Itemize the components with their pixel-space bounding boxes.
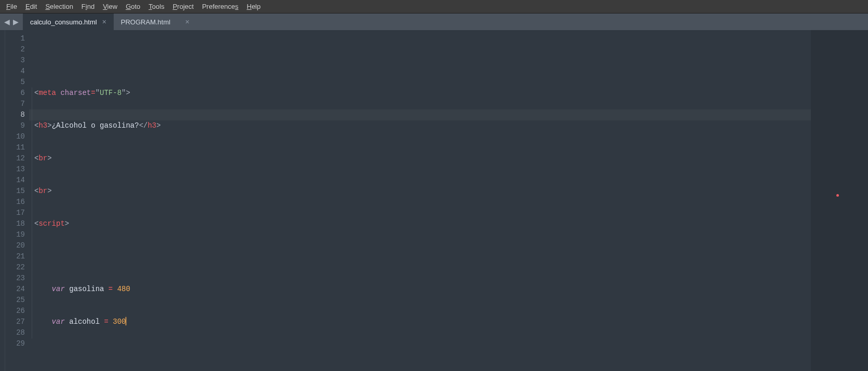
- menu-view[interactable]: View: [99, 1, 121, 12]
- gutter: 1234567891011121314151617181920212223242…: [5, 30, 29, 371]
- nav-arrows: ◀ ▶: [0, 13, 23, 30]
- tab-label: PROGRAM.html: [121, 18, 170, 26]
- tab-program[interactable]: PROGRAM.html ×: [114, 13, 197, 30]
- close-icon[interactable]: ×: [102, 18, 106, 25]
- fold-rail: [0, 30, 5, 371]
- code-line: <br>: [29, 186, 811, 197]
- menu-preferences[interactable]: Preferences: [198, 1, 242, 12]
- menubar: File Edit Selection Find View Goto Tools…: [0, 0, 868, 13]
- nav-back-icon[interactable]: ◀: [4, 18, 10, 26]
- menu-tools[interactable]: Tools: [144, 1, 168, 12]
- current-line-highlight: [29, 109, 811, 120]
- lint-marker-icon: [836, 194, 839, 197]
- menu-edit[interactable]: Edit: [21, 1, 41, 12]
- editor[interactable]: 1234567891011121314151617181920212223242…: [0, 30, 868, 371]
- menu-project[interactable]: Project: [169, 1, 198, 12]
- tab-label: calculo_consumo.html: [30, 18, 97, 26]
- close-icon[interactable]: ×: [185, 18, 189, 25]
- code-line: [29, 349, 811, 360]
- minimap[interactable]: [811, 30, 868, 371]
- menu-file[interactable]: File: [2, 1, 21, 12]
- code-line: <h3>¿Alcohol o gasolina?</h3>: [29, 120, 811, 131]
- code-line: <br>: [29, 153, 811, 164]
- code-area[interactable]: <meta charset="UTF-8"> <h3>¿Alcohol o ga…: [29, 30, 811, 371]
- menu-find[interactable]: Find: [77, 1, 99, 12]
- menu-help[interactable]: Help: [242, 1, 265, 12]
- code-line: var alcohol = 300: [29, 317, 811, 327]
- tabbar: ◀ ▶ calculo_consumo.html × PROGRAM.html …: [0, 13, 868, 30]
- nav-forward-icon[interactable]: ▶: [13, 18, 19, 26]
- code-line: <script>: [29, 218, 811, 229]
- text-cursor: [126, 317, 126, 325]
- code-line: <meta charset="UTF-8">: [29, 88, 811, 99]
- code-line: var gasolina = 480: [29, 284, 811, 295]
- code-line: [29, 251, 811, 262]
- menu-goto[interactable]: Goto: [121, 1, 144, 12]
- tab-calculo-consumo[interactable]: calculo_consumo.html ×: [23, 13, 114, 30]
- menu-selection[interactable]: Selection: [41, 1, 77, 12]
